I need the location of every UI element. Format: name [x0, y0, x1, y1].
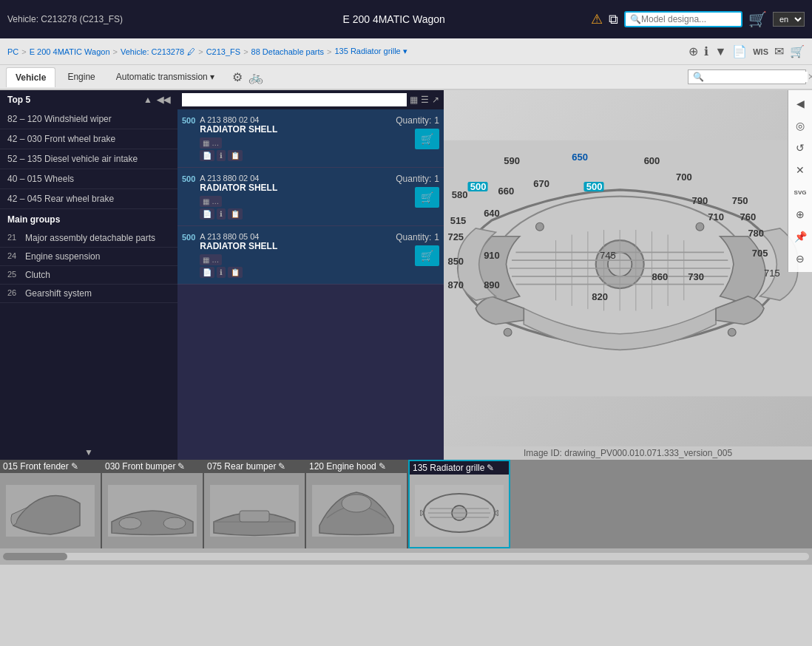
thumb-group-2[interactable]: 075 Rear bumper ✎: [204, 460, 306, 548]
thumb-svg-3: [312, 485, 401, 537]
tab-settings-icon[interactable]: ⚙: [232, 70, 243, 84]
part-info-btn-2[interactable]: ℹ: [217, 267, 226, 278]
top5-item-3[interactable]: 40 – 015 Wheels: [0, 169, 177, 189]
tab-search-icon[interactable]: 🔍: [693, 72, 704, 82]
tab-transmission[interactable]: Automatic transmission ▾: [107, 67, 223, 86]
bottom-scrollbar[interactable]: [0, 548, 812, 565]
thumb-edit-icon-3[interactable]: ✎: [379, 461, 386, 472]
parts-search-input[interactable]: [182, 93, 407, 106]
top5-shrink-icon[interactable]: ◀◀: [157, 95, 170, 105]
group-item-25[interactable]: 25 Clutch: [0, 266, 177, 285]
thumb-group-0[interactable]: 015 Front fender ✎: [0, 460, 102, 548]
part-row-2[interactable]: 500 A 213 880 05 04 RADIATOR SHELL ▦ … 📄…: [177, 226, 444, 285]
parts-grid-icon[interactable]: ▦: [410, 95, 418, 105]
part-name-2: RADIATOR SHELL: [200, 241, 391, 251]
breadcrumb-cart-icon[interactable]: 🛒: [790, 44, 805, 58]
thumb-label-4: 135 Radiator grille ✎: [410, 461, 509, 475]
breadcrumb-info-icon[interactable]: ℹ: [704, 44, 708, 58]
scroll-track[interactable]: [3, 553, 809, 560]
language-select[interactable]: en de fr: [773, 12, 805, 27]
svg-text:910: 910: [484, 250, 500, 261]
part-info-btn-1[interactable]: ℹ: [217, 208, 226, 220]
group-scroll-down[interactable]: ▼: [0, 445, 177, 460]
thumb-img-2[interactable]: [204, 473, 305, 548]
breadcrumb-zoom-icon[interactable]: ⊕: [688, 44, 698, 58]
breadcrumb-wis-icon[interactable]: WIS: [753, 47, 768, 56]
breadcrumb-model[interactable]: E 200 4MATIC Wagon: [30, 47, 110, 56]
breadcrumb-vehicle[interactable]: Vehicle: C213278: [121, 47, 184, 56]
tab-search-clear[interactable]: ✕: [808, 72, 812, 82]
part-table-btn-0[interactable]: ▦ …: [200, 137, 222, 149]
top5-header: Top 5 ▲ ◀◀: [0, 90, 177, 109]
part-doc2-btn-2[interactable]: 📋: [228, 267, 243, 278]
part-doc-btn-0[interactable]: 📄: [200, 150, 214, 161]
svg-point-12: [728, 328, 736, 336]
part-doc-btn-2[interactable]: 📄: [200, 267, 214, 278]
topbar-search-input[interactable]: [641, 14, 737, 24]
diagram-history-btn[interactable]: ↺: [790, 137, 811, 158]
part-row-0[interactable]: 500 A 213 880 02 04 RADIATOR SHELL ▦ … 📄…: [177, 109, 444, 168]
thumb-edit-icon-1[interactable]: ✎: [177, 461, 185, 472]
top5-item-2[interactable]: 52 – 135 Diesel vehicle air intake: [0, 149, 177, 169]
copy-icon[interactable]: ⧉: [609, 12, 618, 27]
svg-text:820: 820: [592, 291, 608, 302]
thumb-edit-icon-4[interactable]: ✎: [487, 463, 494, 473]
thumb-img-3[interactable]: [306, 473, 407, 548]
diagram-collapse-btn[interactable]: ◀: [790, 93, 811, 114]
breadcrumb-fs[interactable]: C213_FS: [206, 47, 240, 56]
top5-item-1[interactable]: 42 – 030 Front wheel brake: [0, 129, 177, 149]
diagram-svg-btn[interactable]: SVG: [790, 182, 811, 203]
part-row-1[interactable]: 500 A 213 880 02 04 RADIATOR SHELL ▦ … 📄…: [177, 168, 444, 226]
part-doc2-btn-0[interactable]: 📋: [228, 150, 243, 161]
group-item-24[interactable]: 24 Engine suspension: [0, 248, 177, 266]
top5-item-2-label: 52 – 135 Diesel vehicle air intake: [7, 154, 138, 164]
diagram-zoom-out-btn[interactable]: ⊖: [790, 248, 811, 269]
top5-item-4[interactable]: 42 – 045 Rear wheel brake: [0, 189, 177, 209]
diagram-image-label: Image ID: drawing_PV000.010.071.333_vers…: [444, 446, 812, 460]
thumb-img-4[interactable]: [410, 475, 509, 547]
thumb-group-1[interactable]: 030 Front bumper ✎: [102, 460, 204, 548]
tab-search-input[interactable]: [704, 72, 808, 82]
group-num-25: 25: [7, 270, 25, 279]
thumb-group-3[interactable]: 120 Engine hood ✎: [306, 460, 408, 548]
diagram-cross-btn[interactable]: ✕: [790, 160, 811, 180]
part-cart-btn-2[interactable]: 🛒: [415, 245, 439, 266]
group-item-26[interactable]: 26 Gearshift system: [0, 285, 177, 303]
part-cart-btn-1[interactable]: 🛒: [415, 187, 439, 208]
svg-text:860: 860: [652, 271, 668, 282]
parts-list-icon[interactable]: ☰: [421, 95, 429, 105]
breadcrumb-radiator[interactable]: 135 Radiator grille ▾: [334, 47, 407, 56]
part-table-btn-2[interactable]: ▦ …: [200, 254, 222, 265]
part-table-btn-1[interactable]: ▦ …: [200, 196, 222, 207]
part-info-btn-0[interactable]: ℹ: [217, 150, 226, 161]
thumb-img-1[interactable]: [102, 473, 203, 548]
breadcrumb-detachable[interactable]: 88 Detachable parts: [251, 47, 324, 56]
breadcrumb-vehicle-icon[interactable]: 🖊: [187, 47, 195, 56]
scroll-thumb[interactable]: [3, 553, 67, 560]
part-doc2-btn-1[interactable]: 📋: [228, 208, 243, 220]
diagram-zoom-in-btn[interactable]: ⊕: [790, 204, 811, 225]
diagram-crosshair-btn[interactable]: ◎: [790, 115, 811, 136]
tab-vehicle[interactable]: Vehicle: [6, 67, 55, 87]
group-item-21[interactable]: 21 Major assembly detachable parts: [0, 229, 177, 248]
tab-engine[interactable]: Engine: [58, 67, 104, 86]
warning-icon[interactable]: ⚠: [591, 11, 603, 27]
breadcrumb-filter-icon[interactable]: ▼: [714, 45, 726, 58]
breadcrumb-mail-icon[interactable]: ✉: [774, 44, 784, 58]
main-content: Top 5 ▲ ◀◀ 82 – 120 Windshield wiper 42 …: [0, 90, 812, 460]
breadcrumb-pc[interactable]: PC: [7, 47, 18, 56]
thumb-img-0[interactable]: [0, 473, 101, 548]
topbar-cart-icon[interactable]: 🛒: [748, 10, 767, 28]
top5-collapse-icon[interactable]: ▲: [143, 95, 152, 105]
thumb-edit-icon-2[interactable]: ✎: [278, 461, 285, 472]
diagram-pin-btn[interactable]: 📌: [790, 226, 811, 247]
tab-bike-icon[interactable]: 🚲: [248, 70, 263, 84]
top5-item-0[interactable]: 82 – 120 Windshield wiper: [0, 109, 177, 129]
parts-share-icon[interactable]: ↗: [432, 95, 439, 105]
breadcrumb-doc-icon[interactable]: 📄: [732, 44, 747, 58]
thumb-group-4[interactable]: 135 Radiator grille ✎: [408, 460, 510, 548]
diagram-canvas[interactable]: 590 650 500 500 580 660 670 600 515 640 …: [444, 90, 812, 446]
part-cart-btn-0[interactable]: 🛒: [415, 129, 439, 149]
thumb-edit-icon-0[interactable]: ✎: [71, 461, 78, 472]
part-doc-btn-1[interactable]: 📄: [200, 208, 214, 220]
